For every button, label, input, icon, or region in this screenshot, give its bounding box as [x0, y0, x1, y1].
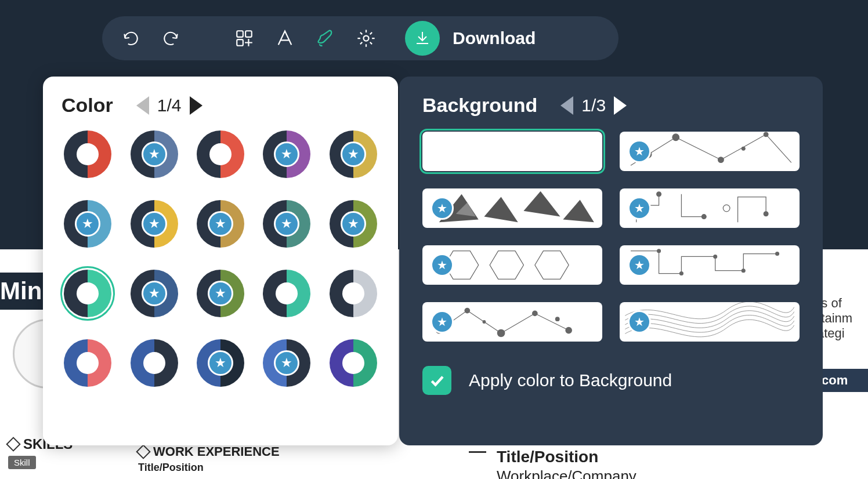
- premium-star-icon: [628, 140, 651, 163]
- premium-star-icon: [274, 211, 299, 237]
- color-swatch[interactable]: [263, 130, 310, 178]
- background-prev-button[interactable]: [560, 96, 573, 115]
- color-prev-button[interactable]: [136, 96, 149, 115]
- background-panel-header: Background 1/3: [422, 94, 800, 117]
- svg-point-8: [672, 134, 679, 141]
- premium-star-icon: [142, 281, 167, 306]
- color-swatch[interactable]: [64, 130, 111, 178]
- svg-point-12: [742, 147, 745, 150]
- svg-line-30: [535, 313, 569, 330]
- svg-point-22: [657, 249, 661, 253]
- premium-star-icon: [431, 197, 454, 220]
- skill-pill: Skill: [8, 456, 36, 469]
- color-swatch[interactable]: [330, 130, 377, 178]
- color-swatch[interactable]: [131, 200, 178, 248]
- settings-button[interactable]: [354, 26, 378, 50]
- top-toolbar: Download: [102, 16, 619, 60]
- background-pager: 1/3: [560, 96, 627, 115]
- svg-line-29: [501, 313, 535, 333]
- svg-rect-1: [245, 31, 252, 37]
- svg-point-9: [718, 157, 724, 163]
- title-position-small: Title/Position: [138, 462, 204, 474]
- background-panel: Background 1/3 Apply color to Background: [399, 77, 823, 445]
- color-swatch[interactable]: [330, 270, 377, 317]
- color-swatch[interactable]: [330, 200, 377, 248]
- svg-point-10: [764, 132, 768, 137]
- color-panel: Color 1/4: [43, 77, 398, 445]
- background-option[interactable]: [620, 188, 800, 228]
- color-swatch[interactable]: [263, 339, 310, 387]
- premium-star-icon: [208, 350, 233, 376]
- svg-point-19: [701, 215, 706, 219]
- premium-star-icon: [208, 211, 233, 237]
- svg-point-37: [555, 317, 560, 321]
- svg-marker-15: [523, 191, 560, 217]
- svg-point-20: [764, 212, 768, 216]
- premium-star-icon: [274, 141, 299, 167]
- svg-marker-17: [563, 199, 594, 222]
- color-swatch[interactable]: [64, 200, 111, 248]
- premium-star-icon: [341, 211, 366, 237]
- premium-star-icon: [75, 211, 100, 237]
- color-swatch[interactable]: [64, 270, 111, 317]
- color-next-button[interactable]: [190, 96, 202, 115]
- dark-strip: .com: [818, 369, 868, 392]
- background-option[interactable]: [422, 302, 602, 342]
- color-swatch[interactable]: [263, 270, 310, 317]
- color-panel-title: Color: [62, 94, 113, 117]
- color-page-indicator: 1/4: [157, 96, 182, 115]
- svg-point-18: [657, 192, 661, 197]
- color-swatch[interactable]: [131, 270, 178, 317]
- color-swatch[interactable]: [64, 339, 111, 387]
- premium-star-icon: [208, 281, 233, 306]
- download-button[interactable]: Download: [405, 21, 536, 56]
- background-option[interactable]: [620, 132, 800, 171]
- svg-point-21: [723, 205, 730, 212]
- svg-point-3: [364, 36, 369, 41]
- work-heading-text: WORK EXPERIENCE: [153, 444, 280, 459]
- svg-point-33: [497, 329, 505, 338]
- color-swatch[interactable]: [131, 339, 178, 387]
- color-swatch[interactable]: [197, 339, 244, 387]
- color-swatch-grid: [62, 130, 379, 387]
- svg-line-7: [766, 135, 791, 163]
- background-option[interactable]: [620, 302, 800, 342]
- apply-color-row: Apply color to Background: [422, 366, 800, 395]
- premium-star-icon: [628, 253, 651, 277]
- background-option[interactable]: [422, 245, 602, 285]
- undo-button[interactable]: [118, 26, 143, 50]
- premium-star-icon: [628, 197, 651, 220]
- svg-point-36: [483, 320, 486, 324]
- svg-marker-14: [484, 197, 518, 223]
- work-heading: WORK EXPERIENCE: [138, 444, 280, 459]
- download-label: Download: [453, 28, 536, 48]
- redo-button[interactable]: [159, 26, 183, 50]
- svg-point-32: [464, 308, 470, 314]
- background-option[interactable]: [422, 188, 602, 228]
- svg-point-24: [714, 255, 717, 259]
- background-next-button[interactable]: [614, 96, 627, 115]
- apply-color-label: Apply color to Background: [469, 371, 672, 390]
- color-swatch[interactable]: [197, 200, 244, 248]
- background-option[interactable]: [422, 132, 602, 171]
- diamond-icon: [6, 437, 20, 451]
- svg-point-25: [742, 269, 745, 273]
- svg-point-23: [680, 272, 683, 275]
- design-brush-button[interactable]: [313, 26, 338, 50]
- premium-star-icon: [431, 253, 454, 277]
- divider: [469, 451, 486, 453]
- font-button[interactable]: [273, 26, 297, 50]
- color-swatch[interactable]: [197, 270, 244, 317]
- background-panel-title: Background: [422, 94, 537, 117]
- svg-point-26: [776, 252, 779, 256]
- color-swatch[interactable]: [263, 200, 310, 248]
- color-swatch[interactable]: [330, 339, 377, 387]
- premium-star-icon: [431, 310, 454, 333]
- color-swatch[interactable]: [197, 130, 244, 178]
- background-option[interactable]: [620, 245, 800, 285]
- apply-color-checkbox[interactable]: [422, 366, 451, 395]
- title-position-large: Title/Position: [497, 448, 598, 466]
- background-grid: [422, 132, 800, 342]
- color-swatch[interactable]: [131, 130, 178, 178]
- add-section-button[interactable]: [232, 26, 256, 50]
